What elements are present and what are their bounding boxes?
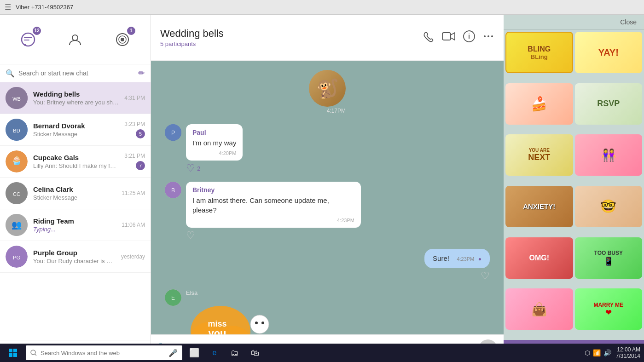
sticker-toobusy[interactable]: TOO BUSY 📱	[575, 237, 643, 279]
svg-point-39	[261, 322, 264, 324]
taskbar-store[interactable]: 🛍	[247, 345, 263, 361]
chat-header-info: Wedding bells 5 participants	[160, 28, 417, 47]
chat-preview: Sticker Message	[33, 194, 116, 201]
chat-list: WB Wedding bells You: Britney where are …	[0, 82, 151, 340]
video-call-btn[interactable]	[442, 30, 456, 45]
sticker-bling[interactable]: BLING BLing	[505, 32, 573, 73]
voice-call-btn[interactable]	[423, 30, 435, 45]
message-sender: Britney	[192, 186, 354, 194]
chat-info: Riding Team Typing...	[33, 217, 116, 233]
chat-time: 11:25 AM	[122, 190, 145, 196]
chat-meta: 3:23 PM 5	[124, 121, 145, 138]
taskbar-task-view[interactable]: ⬜	[186, 345, 203, 361]
taskbar-right: ⬡ 📶 🔊 12:00 AM 7/31/2014	[585, 346, 640, 359]
chat-subtitle: 5 participants	[160, 40, 417, 47]
microphone-icon[interactable]: 🎤	[168, 349, 178, 357]
chat-meta: yesterday	[121, 253, 145, 260]
chat-item-bernard[interactable]: BD Bernard Dvorak Sticker Message 3:23 P…	[0, 114, 151, 146]
avatar: CC	[6, 182, 28, 204]
chat-header: Wedding bells 5 participants i	[151, 15, 504, 61]
unread-badge: 5	[136, 129, 145, 138]
message-text: I am almost there. Can someone update me…	[192, 195, 354, 215]
search-bar: 🔍 ✏	[0, 64, 151, 82]
chat-meta: 3:21 PM 7	[124, 153, 145, 170]
svg-point-51	[31, 350, 35, 355]
chat-title: Wedding bells	[160, 28, 417, 40]
chat-item-purple[interactable]: PG Purple Group You: Our Rudy character …	[0, 241, 151, 273]
chat-item-wedding-bells[interactable]: WB Wedding bells You: Britney where are …	[0, 82, 151, 114]
notification-icon[interactable]: ⬡	[585, 349, 590, 356]
miss-you-sticker: miss you	[186, 299, 283, 334]
heart-icon[interactable]: ♡	[481, 270, 490, 282]
svg-point-4	[121, 38, 124, 41]
sticker-yay[interactable]: YAY!	[575, 32, 643, 73]
volume-icon[interactable]: 🔊	[603, 349, 611, 356]
svg-text:CC: CC	[13, 191, 20, 197]
chat-time: 3:23 PM	[124, 121, 145, 127]
avatar: 🧁	[6, 150, 28, 172]
chat-header-actions: i	[423, 30, 494, 45]
chat-preview: You: Our Rudy character is now also turn…	[33, 258, 116, 264]
more-btn[interactable]	[482, 30, 494, 45]
message-bubble: Paul I'm on my way 4:20PM	[186, 124, 243, 161]
compose-icon[interactable]: ✏	[138, 68, 145, 78]
sidebar-messages-btn[interactable]: 12	[14, 26, 42, 53]
taskbar-edge[interactable]: e	[206, 345, 223, 361]
chat-item-celina[interactable]: CC Celina Clark Sticker Message 11:25 AM	[0, 178, 151, 209]
sticker-omg[interactable]: OMG!	[505, 237, 573, 279]
svg-rect-48	[13, 349, 17, 352]
sticker-time: 4:17PM	[309, 107, 346, 115]
chat-item-riding[interactable]: 👥 Riding Team Typing... 11:06 AM	[0, 209, 151, 241]
close-sticker-panel-btn[interactable]: Close	[620, 18, 637, 26]
search-icon: 🔍	[6, 69, 15, 78]
svg-text:you: you	[208, 328, 226, 334]
monkey-sticker: 🐒	[309, 70, 346, 107]
hamburger-icon[interactable]: ☰	[5, 3, 11, 11]
taskbar-search[interactable]: 🎤	[26, 345, 182, 360]
sidebar-contacts-btn[interactable]	[61, 26, 89, 53]
chat-meta: 11:25 AM	[122, 190, 145, 196]
sticker-anxiety[interactable]: ANXIETY!	[505, 186, 573, 227]
chat-name: Celina Clark	[33, 185, 116, 193]
app-container: 12 1 🔍 ✏	[0, 15, 644, 362]
heart-icon[interactable]: ♡	[186, 230, 195, 241]
chat-preview: Typing...	[33, 226, 116, 233]
svg-text:BD: BD	[13, 128, 20, 133]
sidebar-icon-bar: 12 1	[0, 15, 151, 64]
svg-point-1	[72, 35, 78, 40]
stories-badge: 1	[127, 27, 135, 35]
sticker-message-top: 🐒 4:17PM	[165, 70, 490, 115]
sticker-marryme[interactable]: MARRY ME ❤	[575, 288, 643, 330]
svg-rect-50	[13, 353, 17, 357]
chat-name: Cupcake Gals	[33, 154, 119, 161]
svg-text:👥: 👥	[12, 220, 22, 230]
network-icon[interactable]: 📶	[593, 349, 601, 356]
sticker-panel-header: Close	[504, 15, 644, 30]
date-display: 7/31/2014	[616, 353, 640, 359]
svg-line-52	[35, 354, 36, 356]
message-bubble: Britney I am almost there. Can someone u…	[186, 182, 361, 228]
chat-info: Bernard Dvorak Sticker Message	[33, 122, 119, 138]
sidebar-stories-btn[interactable]: 1	[109, 26, 136, 53]
chat-time: 11:06 AM	[122, 222, 145, 228]
sticker-next[interactable]: YOU ARE NEXT	[505, 134, 573, 176]
message-sender: Paul	[192, 129, 236, 136]
info-btn[interactable]: i	[463, 30, 475, 45]
taskbar-explorer[interactable]: 🗂	[226, 345, 243, 361]
chat-item-cupcake[interactable]: 🧁 Cupcake Gals Lilly Ann: Should I make …	[0, 146, 151, 178]
sticker-rsvp[interactable]: RSVP	[575, 83, 643, 125]
start-button[interactable]	[4, 344, 22, 362]
search-input[interactable]	[18, 69, 134, 77]
sticker-cake[interactable]: 🍰	[505, 83, 573, 125]
chat-time: 3:21 PM	[124, 153, 145, 159]
avatar: 👥	[6, 214, 28, 236]
sticker-glasses[interactable]: 🤓	[575, 186, 643, 227]
heart-icon[interactable]: ♡	[186, 162, 195, 174]
svg-text:P: P	[171, 130, 175, 136]
avatar: BD	[6, 119, 28, 141]
taskbar-search-input[interactable]	[41, 350, 165, 356]
sticker-shopping[interactable]: 👜	[505, 288, 573, 330]
sticker-friends[interactable]: 👭	[575, 134, 643, 176]
titlebar: ☰ Viber +731-49502367	[0, 0, 644, 15]
svg-text:B: B	[171, 187, 175, 194]
